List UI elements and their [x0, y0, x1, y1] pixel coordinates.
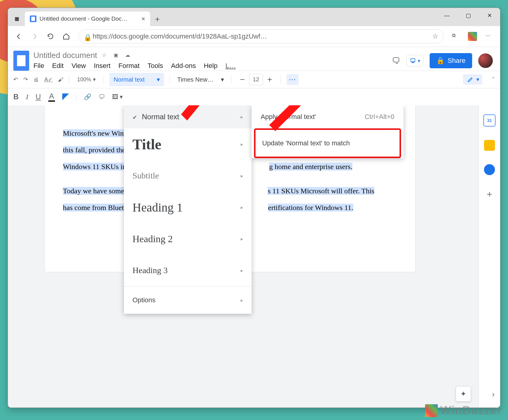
chevron-right-icon: ▸	[241, 141, 243, 147]
style-heading-3[interactable]: Heading 3 ▸	[124, 255, 252, 286]
font-dropdown[interactable]: Times New…▾	[175, 76, 225, 83]
url-text: https://docs.google.com/document/d/1928A…	[93, 32, 429, 40]
nav-forward-icon	[31, 33, 38, 40]
highlight-button[interactable]	[62, 93, 69, 100]
nav-back-icon[interactable]	[15, 33, 22, 40]
home-icon[interactable]	[63, 33, 70, 40]
lock-icon: 🔒	[436, 57, 444, 65]
chevron-right-icon: ▸	[241, 114, 243, 120]
italic-button[interactable]: I	[26, 93, 28, 101]
style-heading-1[interactable]: Heading 1 ▸	[124, 191, 252, 223]
toolbar-primary: ↶ ↷ 🖨 A✓ 🖌 100% ▾ Normal text▾ Times New…	[8, 71, 500, 88]
style-heading-2[interactable]: Heading 2 ▸	[124, 223, 252, 255]
url-field[interactable]: 🔒 https://docs.google.com/document/d/192…	[78, 29, 444, 43]
collapse-toolbar-icon[interactable]: ˄	[492, 76, 495, 83]
paragraph-style-dropdown[interactable]: Normal text▾	[109, 73, 164, 86]
share-button[interactable]: 🔒 Share	[430, 53, 472, 68]
bold-button[interactable]: B	[13, 93, 19, 101]
add-addon-icon[interactable]: ＋	[484, 188, 495, 199]
menu-file[interactable]: File	[33, 62, 44, 70]
browser-menu-icon[interactable]: ⋯	[486, 33, 493, 40]
docs-favicon	[30, 15, 36, 22]
window-minimize[interactable]: —	[436, 8, 458, 23]
close-tab-icon[interactable]: ✕	[141, 16, 145, 22]
chevron-right-icon: ▸	[241, 205, 243, 210]
window-maximize[interactable]: ▢	[458, 8, 479, 23]
paint-format-icon[interactable]: 🖌	[58, 76, 63, 83]
styles-dropdown: ✔Normal text ▸ Title ▸ Subtitle ▸ Headin…	[124, 105, 252, 314]
font-size-increase[interactable]: +	[264, 74, 275, 85]
extension-icon[interactable]	[468, 32, 477, 41]
menu-addons[interactable]: Add-ons	[171, 62, 196, 70]
font-size-field[interactable]: 12	[249, 74, 263, 85]
docs-logo[interactable]	[13, 51, 29, 71]
spellcheck-icon[interactable]: A✓	[44, 76, 53, 83]
menu-edit[interactable]: Edit	[52, 62, 63, 70]
document-title[interactable]: Untitled document	[33, 51, 97, 60]
collections-icon[interactable]: ⧉	[452, 33, 459, 40]
print-icon[interactable]: 🖨	[33, 76, 39, 83]
style-options[interactable]: Options ▸	[124, 286, 252, 314]
keep-icon[interactable]	[484, 140, 495, 151]
text-color-button[interactable]: A	[48, 92, 55, 102]
menu-insert[interactable]: Insert	[94, 62, 111, 70]
menu-format[interactable]: Format	[118, 62, 140, 70]
menu-bar: File Edit View Insert Format Tools Add-o…	[33, 60, 388, 70]
toolbar-more-icon[interactable]: ⋯	[287, 74, 299, 85]
svg-marker-0	[181, 105, 224, 120]
last-edit[interactable]: L…	[225, 62, 236, 70]
chevron-right-icon: ▸	[241, 173, 243, 179]
star-icon[interactable]: ☆	[102, 52, 109, 59]
underline-button[interactable]: U	[36, 93, 41, 101]
chevron-right-icon: ▸	[241, 297, 243, 303]
svg-marker-1	[269, 105, 315, 131]
docs-header: Untitled document ☆ ▣ ☁ File Edit View I…	[8, 47, 500, 71]
watermark-icon	[425, 404, 438, 417]
side-panel: ＋	[479, 105, 500, 408]
tasks-icon[interactable]	[484, 164, 495, 175]
browser-titlebar: ▦ Untitled document - Google Doc… ✕ ＋ — …	[8, 8, 500, 26]
watermark: WinBuzzer	[425, 404, 502, 417]
redo-icon[interactable]: ↷	[23, 76, 28, 83]
doc-text: g home and enterprise users.	[269, 163, 352, 171]
insert-link-icon[interactable]: 🔗	[84, 93, 91, 100]
editing-mode[interactable]: ▾	[463, 74, 482, 85]
cloud-status-icon[interactable]: ☁	[125, 52, 132, 59]
chevron-right-icon: ▸	[241, 268, 243, 273]
present-button[interactable]: ▾	[407, 55, 424, 66]
account-avatar[interactable]	[478, 53, 493, 68]
update-style-to-match[interactable]: Update 'Normal text' to match	[254, 128, 401, 158]
chevron-right-icon: ▸	[241, 236, 243, 242]
zoom-dropdown[interactable]: 100% ▾	[75, 75, 98, 84]
menu-help[interactable]: Help	[204, 62, 218, 70]
check-icon: ✔	[132, 114, 137, 120]
annotation-arrow	[260, 105, 315, 131]
font-size: − 12 +	[237, 74, 275, 85]
style-title[interactable]: Title ▸	[124, 128, 252, 160]
move-icon[interactable]: ▣	[114, 52, 120, 59]
explore-button[interactable]: ✦	[456, 386, 471, 401]
browser-tab[interactable]: Untitled document - Google Doc… ✕	[25, 12, 150, 26]
new-tab-button[interactable]: ＋	[150, 12, 165, 26]
calendar-icon[interactable]	[483, 114, 496, 127]
menu-tools[interactable]: Tools	[147, 62, 163, 70]
refresh-icon[interactable]	[47, 33, 54, 40]
style-subtitle[interactable]: Subtitle ▸	[124, 160, 252, 191]
address-bar: 🔒 https://docs.google.com/document/d/192…	[8, 26, 500, 47]
comments-icon[interactable]: 🗨	[392, 56, 400, 66]
font-size-decrease[interactable]: −	[237, 74, 248, 85]
annotation-arrow	[169, 105, 224, 120]
document-canvas: ＋ Microsoft's new Window ew and launchin…	[8, 105, 500, 408]
doc-text: s 11 SKUs Microsoft will offer. This	[268, 187, 374, 195]
tab-actions-icon[interactable]: ▦	[15, 16, 21, 22]
lock-icon: 🔒	[84, 34, 89, 39]
favorite-icon[interactable]: ☆	[432, 32, 438, 40]
insert-comment-icon[interactable]: 🗩	[99, 93, 105, 100]
shortcut-label: Ctrl+Alt+0	[365, 113, 394, 121]
undo-icon[interactable]: ↶	[13, 76, 18, 83]
menu-view[interactable]: View	[71, 62, 86, 70]
window-close[interactable]: ✕	[479, 8, 500, 23]
toolbar-secondary: B I U A 🔗 🗩 🖼 ▾	[8, 88, 500, 105]
insert-image-icon[interactable]: 🖼 ▾	[112, 93, 123, 100]
side-panel-toggle[interactable]: ›	[492, 390, 495, 399]
